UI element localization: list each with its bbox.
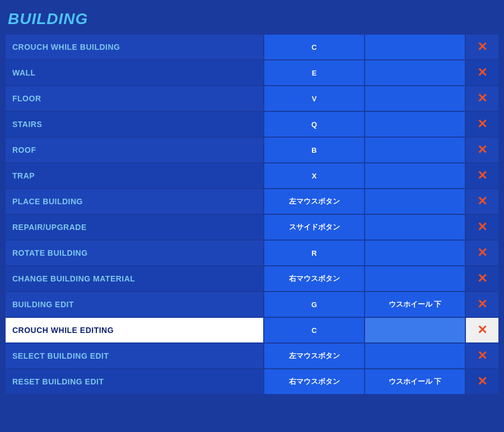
key-binding-secondary[interactable]: [364, 60, 465, 85]
action-name: FLOOR: [6, 86, 263, 111]
action-name: ROOF: [6, 138, 263, 162]
x-icon: ✕: [477, 92, 487, 105]
key-binding-secondary[interactable]: [364, 163, 465, 188]
key-binding-secondary[interactable]: [364, 318, 465, 342]
delete-binding-button[interactable]: ✕: [465, 369, 498, 394]
key-binding-primary[interactable]: 右マウスボタン: [263, 369, 364, 394]
action-name: CROUCH WHILE BUILDING: [6, 35, 263, 59]
key-binding-secondary[interactable]: ウスホイール 下: [364, 292, 465, 317]
action-name: TRAP: [6, 163, 263, 188]
key-binding-secondary[interactable]: [364, 112, 465, 137]
action-name: STAIRS: [6, 112, 263, 137]
action-name: CROUCH WHILE EDITING: [6, 318, 263, 342]
delete-binding-button[interactable]: ✕: [465, 60, 498, 85]
table-row[interactable]: FLOORV✕: [6, 86, 498, 112]
table-row[interactable]: CHANGE BUILDING MATERIAL右マウスボタン✕: [6, 266, 498, 292]
action-name: ROTATE BUILDING: [6, 241, 263, 265]
x-icon: ✕: [477, 298, 487, 311]
delete-binding-button[interactable]: ✕: [465, 35, 498, 59]
delete-binding-button[interactable]: ✕: [465, 138, 498, 162]
key-binding-secondary[interactable]: [364, 266, 465, 291]
key-binding-secondary[interactable]: [364, 35, 465, 59]
key-binding-secondary[interactable]: [364, 344, 465, 368]
delete-binding-button[interactable]: ✕: [465, 241, 498, 265]
page-title: BUILDING: [6, 6, 498, 35]
delete-binding-button[interactable]: ✕: [465, 86, 498, 111]
key-binding-primary[interactable]: 左マウスボタン: [263, 189, 364, 214]
x-icon: ✕: [477, 170, 487, 182]
table-row[interactable]: REPAIR/UPGRADEスサイドボタン✕: [6, 215, 498, 241]
table-row[interactable]: BUILDING EDITGウスホイール 下✕: [6, 292, 498, 318]
action-name: SELECT BUILDING EDIT: [6, 344, 263, 368]
delete-binding-button[interactable]: ✕: [465, 112, 498, 137]
x-icon: ✕: [477, 41, 487, 53]
action-name: REPAIR/UPGRADE: [6, 215, 263, 240]
table-row[interactable]: PLACE BUILDING左マウスボタン✕: [6, 189, 498, 215]
key-binding-secondary[interactable]: [364, 215, 465, 240]
table-row[interactable]: STAIRSQ✕: [6, 112, 498, 138]
delete-binding-button[interactable]: ✕: [465, 318, 498, 342]
delete-binding-button[interactable]: ✕: [465, 344, 498, 368]
key-binding-primary[interactable]: スサイドボタン: [263, 215, 364, 240]
key-binding-secondary[interactable]: [364, 138, 465, 162]
table-row[interactable]: RESET BUILDING EDIT右マウスボタンウスホイール 下✕: [6, 369, 498, 395]
key-binding-primary[interactable]: E: [263, 60, 364, 85]
delete-binding-button[interactable]: ✕: [465, 266, 498, 291]
action-name: WALL: [6, 60, 263, 85]
x-icon: ✕: [477, 118, 487, 130]
delete-binding-button[interactable]: ✕: [465, 163, 498, 188]
x-icon: ✕: [477, 247, 487, 259]
x-icon: ✕: [477, 375, 487, 388]
x-icon: ✕: [477, 67, 487, 79]
key-binding-primary[interactable]: R: [263, 241, 364, 265]
key-binding-secondary[interactable]: [364, 86, 465, 111]
table-row[interactable]: ROOFB✕: [6, 138, 498, 163]
key-binding-primary[interactable]: C: [263, 318, 364, 342]
table-row[interactable]: TRAPX✕: [6, 163, 498, 189]
table-row[interactable]: SELECT BUILDING EDIT左マウスボタン✕: [6, 344, 498, 369]
delete-binding-button[interactable]: ✕: [465, 215, 498, 240]
delete-binding-button[interactable]: ✕: [465, 189, 498, 214]
key-binding-primary[interactable]: B: [263, 138, 364, 162]
key-binding-primary[interactable]: G: [263, 292, 364, 317]
table-row[interactable]: CROUCH WHILE EDITINGC✕: [6, 318, 498, 344]
action-name: BUILDING EDIT: [6, 292, 263, 317]
key-binding-primary[interactable]: V: [263, 86, 364, 111]
key-binding-secondary[interactable]: [364, 241, 465, 265]
x-icon: ✕: [477, 221, 487, 233]
key-binding-primary[interactable]: X: [263, 163, 364, 188]
x-icon: ✕: [477, 324, 487, 336]
delete-binding-button[interactable]: ✕: [465, 292, 498, 317]
key-binding-secondary[interactable]: [364, 189, 465, 214]
x-icon: ✕: [477, 273, 487, 285]
action-name: RESET BUILDING EDIT: [6, 369, 263, 394]
x-icon: ✕: [477, 144, 487, 156]
key-binding-secondary[interactable]: ウスホイール 下: [364, 369, 465, 394]
action-name: CHANGE BUILDING MATERIAL: [6, 266, 263, 291]
table-row[interactable]: ROTATE BUILDINGR✕: [6, 241, 498, 266]
keybind-table: CROUCH WHILE BUILDINGC✕WALLE✕FLOORV✕STAI…: [6, 35, 498, 395]
key-binding-primary[interactable]: 左マウスボタン: [263, 344, 364, 368]
key-binding-primary[interactable]: C: [263, 35, 364, 59]
x-icon: ✕: [477, 350, 487, 362]
key-binding-primary[interactable]: Q: [263, 112, 364, 137]
action-name: PLACE BUILDING: [6, 189, 263, 214]
table-row[interactable]: CROUCH WHILE BUILDINGC✕: [6, 35, 498, 60]
table-row[interactable]: WALLE✕: [6, 60, 498, 86]
x-icon: ✕: [477, 195, 487, 208]
key-binding-primary[interactable]: 右マウスボタン: [263, 266, 364, 291]
